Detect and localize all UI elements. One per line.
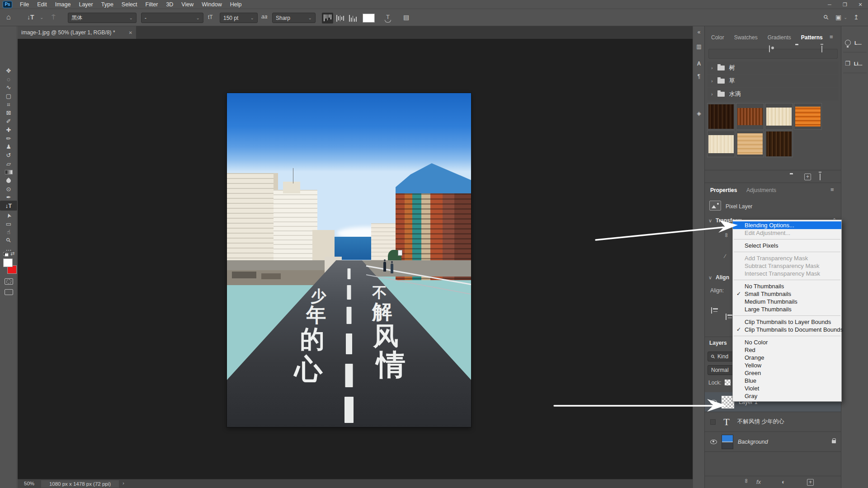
menu-item-orange[interactable]: Orange — [733, 354, 841, 361]
delete-pattern-button[interactable] — [820, 174, 821, 180]
layer-thumbnail[interactable] — [722, 435, 733, 449]
workspace-chevron-icon[interactable]: ⌄ — [844, 15, 847, 20]
chevron-right-icon[interactable]: › — [711, 78, 713, 84]
menu-item-red[interactable]: Red — [733, 346, 841, 354]
new-pattern-button[interactable]: + — [804, 174, 811, 180]
tab-close-icon[interactable]: ✕ — [129, 30, 132, 35]
menu-edit[interactable]: Edit — [33, 1, 51, 8]
pattern-swatch[interactable] — [736, 103, 764, 130]
anti-alias-select[interactable]: Sharp⌄ — [272, 13, 316, 23]
tool-preset-chevron-icon[interactable]: ⌄ — [40, 15, 43, 20]
menu-window[interactable]: Window — [198, 1, 226, 8]
status-chevron-icon[interactable]: › — [123, 480, 124, 486]
menu-type[interactable]: Type — [97, 1, 118, 8]
pattern-swatch[interactable] — [765, 103, 793, 130]
menu-item-no-thumbnails[interactable]: No Thumbnails — [733, 282, 841, 290]
menu-item-large-thumbnails[interactable]: Large Thumbnails — [733, 305, 841, 313]
crop-tool[interactable]: ⌗ — [0, 100, 17, 109]
layers-panel-title[interactable]: Layers — [709, 340, 727, 346]
add-layer-mask-icon[interactable] — [769, 45, 770, 52]
menu-item-violet[interactable]: Violet — [733, 385, 841, 392]
marquee-tool[interactable]: ◌ — [0, 75, 17, 84]
layer-row-text[interactable]: T 不解风情 少年的心 — [705, 412, 841, 432]
swap-colors-icon[interactable]: ⇄ — [10, 251, 14, 257]
text-color-swatch[interactable] — [363, 14, 375, 23]
canvas-area[interactable]: 少 年 的 心 不 解 风 情 50% 1080 px x 1478 px (7… — [18, 39, 693, 488]
tab-color[interactable]: Color — [709, 34, 726, 41]
hand-tool[interactable]: ☝ — [0, 228, 17, 236]
pattern-swatch[interactable] — [707, 131, 735, 157]
section-expand-icon[interactable]: ∨ — [708, 218, 712, 224]
panel-menu-icon[interactable]: ≡ — [830, 186, 834, 193]
align-bottom-button[interactable] — [347, 13, 359, 23]
pattern-folder-row[interactable]: › 草 — [708, 75, 839, 87]
layer-style-fx-icon[interactable]: fx — [756, 479, 761, 485]
collapse-panels-icon[interactable]: « — [693, 29, 705, 35]
align-section-header[interactable]: Align — [716, 274, 729, 281]
dodge-tool[interactable]: ⊙ — [0, 185, 17, 193]
menu-item-yellow[interactable]: Yellow — [733, 361, 841, 369]
align-left-button[interactable] — [711, 307, 719, 314]
tab-swatches[interactable]: Swatches — [732, 34, 760, 41]
libraries-panel-button[interactable]: ❐ Li... — [843, 54, 867, 73]
menu-item-gray[interactable]: Gray — [733, 392, 841, 400]
tab-adjustments[interactable]: Adjustments — [746, 187, 776, 193]
menu-item-clip-layer-bounds[interactable]: Clip Thumbnails to Layer Bounds — [733, 318, 841, 326]
menu-item-small-thumbnails[interactable]: ✓Small Thumbnails — [733, 290, 841, 298]
3d-panel-icon[interactable]: ◈ — [693, 110, 705, 117]
menu-item-clip-document-bounds[interactable]: ✓Clip Thumbnails to Document Bounds — [733, 326, 841, 333]
pattern-folder-row[interactable]: › 树 — [708, 61, 839, 74]
gradient-tool[interactable] — [0, 168, 17, 176]
menu-file[interactable]: File — [16, 1, 33, 8]
pattern-swatch[interactable] — [736, 131, 764, 157]
zoom-tool[interactable]: ⚲ — [0, 236, 17, 244]
document-tab[interactable]: image-1.jpg @ 50% (Layer 1, RGB/8) * ✕ — [18, 26, 136, 39]
pattern-swatch[interactable] — [765, 131, 793, 157]
rectangle-tool[interactable]: ▭ — [0, 220, 17, 228]
menu-3d[interactable]: 3D — [162, 1, 177, 8]
eyedropper-tool[interactable]: ✐ — [0, 117, 17, 126]
menu-view[interactable]: View — [177, 1, 198, 8]
frame-tool[interactable]: ⊠ — [0, 108, 17, 117]
edit-toolbar-button[interactable]: ⋯ — [0, 246, 17, 254]
menu-layer[interactable]: Layer — [75, 1, 97, 8]
link-dimensions-icon[interactable]: ∞ — [723, 233, 730, 237]
move-tool[interactable]: ✥ — [0, 66, 17, 75]
font-style-select[interactable]: -⌄ — [141, 13, 203, 23]
menu-item-green[interactable]: Green — [733, 369, 841, 377]
menu-select[interactable]: Select — [118, 1, 142, 8]
toggle-panels-icon[interactable]: ▤ — [403, 14, 409, 21]
pattern-folder-row[interactable]: › 水滴 — [708, 88, 839, 100]
tab-properties[interactable]: Properties — [710, 187, 737, 193]
link-layers-icon[interactable]: ∞ — [743, 479, 750, 483]
menu-item-medium-thumbnails[interactable]: Medium Thumbnails — [733, 298, 841, 305]
menu-item-no-color[interactable]: No Color — [733, 338, 841, 346]
minimize-button[interactable]: ─ — [822, 0, 837, 9]
menu-image[interactable]: Image — [51, 1, 75, 8]
brush-tool[interactable]: ✏ — [0, 134, 17, 143]
visibility-eye-icon[interactable] — [710, 400, 717, 404]
restore-button[interactable]: ❐ — [837, 0, 853, 9]
pattern-swatch[interactable] — [794, 103, 822, 130]
chevron-right-icon[interactable]: › — [711, 91, 713, 97]
foreground-color-swatch[interactable] — [3, 258, 13, 267]
layer-name[interactable]: Background — [738, 439, 768, 445]
font-size-select[interactable]: 150 pt⌄ — [220, 13, 258, 23]
lasso-tool[interactable]: ∿ — [0, 83, 17, 92]
character-panel-icon[interactable]: A — [693, 61, 705, 67]
tab-patterns[interactable]: Patterns — [799, 34, 825, 41]
text-layer-thumbnail[interactable]: T — [720, 416, 733, 428]
path-selection-tool[interactable]: ➤ — [0, 211, 17, 220]
align-center-button[interactable] — [335, 13, 346, 23]
new-layer-icon[interactable]: + — [807, 479, 814, 486]
pattern-swatch[interactable] — [707, 103, 735, 130]
delete-layer-icon[interactable] — [821, 46, 822, 52]
learn-panel-button[interactable]: L... — [843, 33, 867, 52]
history-brush-tool[interactable]: ↺ — [0, 151, 17, 160]
text-orientation-icon[interactable]: ⍑ — [52, 14, 55, 21]
menu-item-select-pixels[interactable]: Select Pixels — [733, 242, 841, 249]
photoshop-logo-icon[interactable]: Ps — [3, 1, 12, 8]
eraser-tool[interactable]: ▱ — [0, 160, 17, 168]
layer-name[interactable]: 不解风情 少年的心 — [737, 418, 784, 426]
default-colors-icon[interactable] — [3, 252, 9, 257]
